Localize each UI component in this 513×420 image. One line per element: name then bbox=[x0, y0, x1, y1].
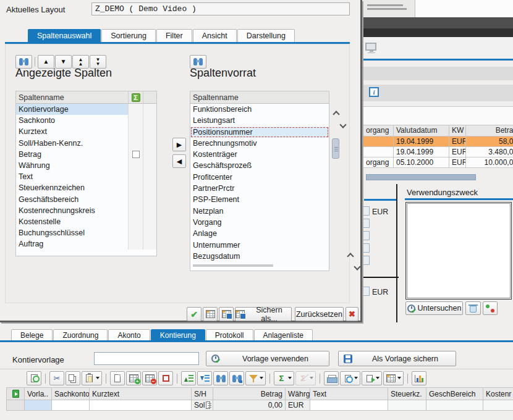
pool-column-row[interactable]: Bezugsdatum bbox=[190, 251, 329, 262]
views-button[interactable] bbox=[383, 371, 404, 385]
confirm-button[interactable]: ✔ bbox=[187, 307, 201, 321]
displayed-column-row[interactable]: Kostenstelle bbox=[16, 216, 156, 227]
tab-kontierung[interactable]: Kontierung bbox=[151, 329, 205, 341]
sichern-als-button[interactable]: Sichern als... bbox=[235, 307, 292, 321]
delete-row-button[interactable] bbox=[142, 371, 157, 385]
posting-row[interactable]: organg05.10.2000EUR10.000,00 bbox=[363, 158, 513, 168]
sum-button[interactable] bbox=[274, 371, 294, 385]
grid-header-betrag[interactable]: Betrag bbox=[213, 387, 286, 400]
posting-row[interactable]: 19.04.1999EUR3.480,00 bbox=[363, 147, 513, 158]
displayed-column-row[interactable]: Kurztext bbox=[16, 126, 156, 137]
pool-column-row[interactable]: Funktionsbereich bbox=[190, 104, 329, 115]
scroll-down-icon[interactable] bbox=[340, 123, 345, 128]
export-button[interactable] bbox=[362, 371, 382, 385]
pool-column-row[interactable]: Leistungsart bbox=[190, 115, 329, 126]
scroll-up-icon[interactable] bbox=[333, 111, 338, 116]
grid-cell-steuerkz[interactable] bbox=[388, 400, 426, 411]
pool-column-row[interactable]: Berechnungsmotiv bbox=[190, 138, 329, 149]
verwendungszweck-textarea[interactable] bbox=[405, 202, 512, 300]
current-layout-input[interactable] bbox=[91, 2, 350, 15]
grid-header-sachkonto[interactable]: Sachkonto bbox=[52, 387, 90, 400]
delete-button[interactable] bbox=[465, 301, 481, 315]
detail-magnifier-button[interactable] bbox=[27, 371, 41, 385]
print-button[interactable] bbox=[324, 371, 339, 385]
subtotal-button[interactable] bbox=[295, 371, 316, 385]
grid-header-text[interactable]: Text bbox=[310, 387, 388, 400]
pool-column-row[interactable]: Netzplan bbox=[190, 206, 329, 217]
scroll-down-icon[interactable] bbox=[354, 265, 359, 270]
scroll-up-icon[interactable] bbox=[347, 253, 352, 258]
sort-desc-button[interactable] bbox=[197, 371, 212, 385]
displayed-column-row[interactable]: Betrag bbox=[16, 149, 156, 160]
tab-akonto[interactable]: Akonto bbox=[108, 329, 150, 341]
dropdown-list-icon[interactable] bbox=[206, 401, 210, 409]
horizontal-scrollbar-thumb[interactable] bbox=[366, 174, 476, 180]
find-button[interactable] bbox=[213, 371, 228, 385]
pool-column-row[interactable]: Anlage bbox=[190, 228, 329, 239]
displayed-column-row[interactable]: Kostenrechnungskreis bbox=[16, 205, 156, 216]
pool-column-row[interactable]: Profitcenter bbox=[190, 172, 329, 183]
pool-column-row[interactable]: Kostenträger bbox=[190, 149, 329, 160]
insert-row-button[interactable] bbox=[126, 371, 141, 385]
cancel-button[interactable]: ✖ bbox=[346, 307, 358, 321]
info-icon[interactable]: i bbox=[369, 87, 379, 97]
copy-button[interactable] bbox=[66, 371, 80, 385]
posting-row[interactable]: 19.04.1999EUR58,00 bbox=[363, 136, 513, 147]
tab-zuordnung[interactable]: Zuordnung bbox=[53, 329, 108, 341]
displayed-column-row[interactable]: Auftrag bbox=[16, 238, 156, 250]
new-page-button[interactable] bbox=[110, 371, 125, 385]
pool-column-row[interactable]: Geschäftsprozeß bbox=[190, 160, 329, 171]
swap-button[interactable] bbox=[483, 301, 498, 315]
grid-cell-kostenr[interactable] bbox=[483, 400, 513, 411]
tab-anlagenliste[interactable]: Anlagenliste bbox=[254, 329, 313, 341]
displayed-column-row[interactable]: Soll/Haben-Kennz. bbox=[16, 138, 156, 149]
displayed-column-row[interactable]: Geschäftsbereich bbox=[16, 194, 156, 205]
print-preview-button[interactable] bbox=[340, 371, 360, 385]
cut-button[interactable] bbox=[49, 371, 64, 385]
pool-column-row[interactable]: Positionsnummer bbox=[190, 127, 329, 138]
displayed-column-row[interactable]: Kontiervorlage bbox=[16, 104, 156, 115]
displayed-column-row[interactable]: Sachkonto bbox=[16, 115, 156, 126]
displayed-column-row[interactable]: Steuerkennzeichen bbox=[16, 182, 156, 193]
grid-header-kurztext[interactable]: Kurztext bbox=[90, 387, 192, 400]
displayed-column-row[interactable]: Text bbox=[16, 171, 156, 182]
grid-header-vorla[interactable]: Vorla.. bbox=[25, 387, 52, 400]
grid-row-selector[interactable] bbox=[6, 400, 25, 411]
sort-asc-button[interactable] bbox=[181, 371, 196, 385]
grid-cell-sachkonto[interactable] bbox=[52, 400, 90, 411]
displayed-column-row[interactable]: Buchungsschlüssel bbox=[16, 227, 156, 238]
grid-cell-waehrg[interactable]: EUR bbox=[286, 400, 310, 411]
grid-header-steuerkz[interactable]: Steuerkz. bbox=[388, 387, 426, 400]
pool-column-row[interactable]: PartnerPrctr bbox=[190, 183, 329, 194]
grid-cell-betrag[interactable]: 0,00 bbox=[213, 400, 286, 411]
dialog-tab-darstellung[interactable]: Darstellung bbox=[237, 29, 295, 42]
pool-column-row[interactable]: Vorgang bbox=[190, 217, 329, 228]
paste-button[interactable] bbox=[82, 371, 102, 385]
vorlage-verwenden-button[interactable]: Vorlage verwenden bbox=[206, 351, 329, 366]
als-vorlage-sichern-button[interactable]: Als Vorlage sichern bbox=[338, 351, 456, 366]
grid-header-kostenr[interactable]: Kostenr bbox=[483, 387, 513, 400]
grid-header-sh[interactable]: S/H bbox=[192, 387, 213, 400]
dialog-tab-filter[interactable]: Filter bbox=[156, 29, 192, 42]
grid-cell-text[interactable] bbox=[310, 400, 388, 411]
grid-cell-sh[interactable]: Sol bbox=[192, 400, 213, 411]
pool-column-row[interactable]: PSP-Element bbox=[190, 194, 329, 205]
untersuchen-button[interactable]: Untersuchen bbox=[405, 301, 463, 315]
grid-cell-kurztext[interactable] bbox=[90, 400, 192, 411]
sum-checkbox[interactable] bbox=[132, 151, 140, 158]
dialog-tab-ansicht[interactable]: Ansicht bbox=[193, 29, 237, 42]
scrollbar-thumb[interactable] bbox=[332, 138, 339, 159]
grid-cell-vorla[interactable] bbox=[25, 400, 52, 411]
filter-button[interactable] bbox=[245, 371, 266, 385]
grid-cell-geschbereich[interactable] bbox=[426, 400, 483, 411]
adopt-layout-button[interactable] bbox=[203, 307, 218, 321]
grid-header-whrg[interactable]: Währg bbox=[286, 387, 310, 400]
displayed-column-row[interactable]: Währung bbox=[16, 160, 156, 171]
grid-header-geschbereich[interactable]: GeschBereich bbox=[426, 387, 483, 400]
zuruecksetzen-button[interactable]: Zurücksetzen bbox=[295, 307, 344, 321]
dialog-tab-spaltenauswahl[interactable]: Spaltenauswahl bbox=[28, 29, 101, 42]
save-layout-button[interactable] bbox=[219, 307, 234, 321]
kontiervorlage-input[interactable] bbox=[94, 352, 199, 365]
tab-protokoll[interactable]: Protokoll bbox=[206, 329, 253, 341]
chart-button[interactable] bbox=[412, 371, 426, 385]
